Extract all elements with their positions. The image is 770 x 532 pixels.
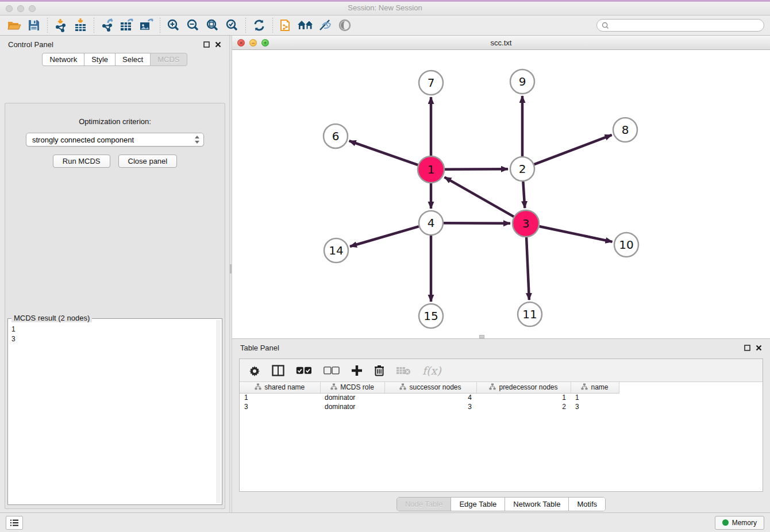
graph-node-3[interactable]: 3 [513,210,539,237]
edge-2-3[interactable] [523,182,525,208]
status-bar: Memory [0,512,770,532]
split-columns-icon[interactable] [272,365,284,376]
column-header-shared-name[interactable]: shared name [240,382,320,393]
edge-4-3[interactable] [444,223,510,223]
close-panel-button[interactable]: Close panel [118,155,178,168]
table-panel-title: Table Panel [240,344,279,352]
edge-3-10[interactable] [539,226,612,242]
column-header-mcds-role[interactable]: MCDS role [320,382,384,393]
deselect-all-checkboxes-icon[interactable] [324,367,340,375]
home-icon[interactable] [296,17,315,34]
svg-text:14: 14 [329,244,343,257]
graph-node-6[interactable]: 6 [324,124,348,148]
tab-mcds[interactable]: MCDS [150,53,187,66]
graph-node-2[interactable]: 2 [510,157,534,181]
search-field[interactable] [596,19,764,32]
close-panel-icon[interactable] [215,41,221,48]
table-settings-icon[interactable] [249,365,260,376]
tab-select[interactable]: Select [115,53,151,66]
close-table-panel-icon[interactable] [756,345,762,351]
svg-text:4: 4 [428,216,435,230]
create-column-icon[interactable] [351,365,363,376]
svg-text:15: 15 [424,309,438,323]
graph-node-8[interactable]: 8 [613,118,637,142]
toolbar-separator [272,18,273,33]
node-table[interactable]: shared nameMCDS rolesuccessor nodesprede… [240,382,763,411]
column-header-name[interactable]: name [571,382,619,393]
mcds-panel-body: Optimization criterion: strongly connect… [5,103,225,509]
criterion-select[interactable]: strongly connected component [26,133,204,147]
mcds-result-box: MCDS result (2 nodes) 13 [7,318,222,505]
zoom-out-icon[interactable] [183,17,203,34]
network-graph[interactable]: 7968124314101511 [232,50,770,338]
network-close-button[interactable]: ✕ [237,39,245,47]
run-mcds-button[interactable]: Run MCDS [53,155,110,168]
svg-text:1: 1 [428,163,435,176]
graph-node-15[interactable]: 15 [419,304,443,328]
export-image-icon[interactable] [137,17,156,34]
zoom-in-icon[interactable] [164,17,183,34]
refresh-icon[interactable] [249,17,269,34]
optimization-criterion-label: Optimization criterion: [5,117,225,126]
import-network-icon[interactable] [51,17,71,34]
graph-node-11[interactable]: 11 [518,302,542,326]
graph-node-10[interactable]: 10 [614,233,638,257]
tab-node-table[interactable]: Node Table [397,498,451,511]
edge-1-2[interactable] [445,169,508,169]
network-zoom-button[interactable]: + [261,39,269,47]
export-table-icon[interactable] [117,17,137,34]
hide-graphics-details-icon[interactable] [315,17,335,34]
float-panel-icon[interactable] [203,41,210,48]
graph-node-7[interactable]: 7 [419,71,443,95]
delete-columns-icon[interactable] [374,364,384,376]
show-graphics-details-icon[interactable] [335,17,355,34]
new-network-from-file-icon[interactable] [276,17,296,34]
task-history-button[interactable] [6,516,23,530]
tab-network[interactable]: Network [42,53,84,66]
network-window-controls[interactable]: ✕ − + [237,39,269,47]
graph-node-14[interactable]: 14 [324,238,348,263]
open-folder-icon[interactable] [5,17,24,34]
node-table-header[interactable]: shared nameMCDS rolesuccessor nodesprede… [240,382,763,393]
svg-text:3: 3 [522,217,530,230]
mcds-result-title: MCDS result (2 nodes) [11,314,92,322]
svg-text:10: 10 [619,238,633,252]
search-input[interactable] [612,21,759,29]
mcds-result-text[interactable]: 13 [11,325,216,503]
toolbar-separator [160,18,160,33]
column-header-successor-nodes[interactable]: successor nodes [384,382,476,393]
edge-2-8[interactable] [534,135,612,164]
tab-network-table[interactable]: Network Table [505,498,568,511]
tab-motifs[interactable]: Motifs [568,498,605,511]
network-window-titlebar: ✕ − + scc.txt [232,36,770,50]
column-header-predecessor-nodes[interactable]: predecessor nodes [476,382,571,393]
search-icon [602,22,609,29]
import-table-icon[interactable] [71,17,90,34]
edge-3-11[interactable] [526,237,529,300]
graph-node-9[interactable]: 9 [510,70,534,94]
edge-3-1[interactable] [444,177,514,217]
edge-1-6[interactable] [349,141,418,165]
graph-node-1[interactable]: 1 [418,156,444,183]
save-icon[interactable] [24,17,44,34]
tab-style[interactable]: Style [84,53,116,66]
table-row[interactable]: 3dominator323 [240,402,763,411]
tab-edge-table[interactable]: Edge Table [451,498,505,511]
canvas-scrollbar-nub[interactable] [479,335,484,338]
function-builder-icon[interactable]: f(x) [422,364,441,377]
select-all-checkboxes-icon[interactable] [296,367,312,375]
memory-button[interactable]: Memory [715,516,764,530]
zoom-selected-icon[interactable] [222,17,242,34]
graph-node-4[interactable]: 4 [419,211,443,235]
mcds-result-scrollbar[interactable] [216,320,221,503]
delete-table-icon[interactable] [396,366,411,375]
svg-text:2: 2 [519,162,526,176]
network-canvas[interactable]: 7968124314101511 [232,50,770,338]
zoom-fit-icon[interactable] [203,17,222,34]
float-table-panel-icon[interactable] [744,345,750,351]
export-network-icon[interactable] [98,17,117,34]
table-row[interactable]: 1dominator411 [240,393,763,402]
table-panel-tabs: Node TableEdge TableNetwork TableMotifs [396,497,606,511]
edge-4-14[interactable] [350,226,419,246]
network-minimize-button[interactable]: − [249,39,257,47]
